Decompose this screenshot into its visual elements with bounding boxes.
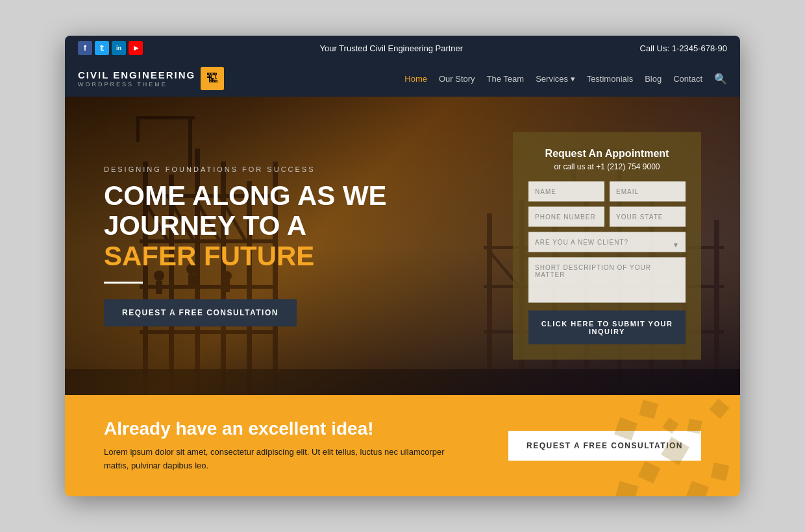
svg-rect-24	[487, 213, 492, 395]
email-input[interactable]	[610, 182, 686, 202]
logo-sub: WORDPRESS THEME	[78, 81, 195, 88]
svg-rect-15	[188, 116, 192, 168]
nav-home[interactable]: Home	[404, 74, 427, 84]
facebook-icon[interactable]: f	[78, 41, 92, 55]
twitter-icon[interactable]: 𝕥	[95, 41, 109, 55]
svg-rect-10	[140, 330, 276, 334]
svg-rect-17	[136, 116, 140, 142]
form-title: Request An Appointment	[528, 148, 686, 160]
logo-text: CIVIL ENGINEERING WORDPRESS THEME	[78, 69, 195, 88]
form-subtitle: or call us at +1 (212) 754 9000	[528, 162, 686, 171]
top-bar: f 𝕥 in ▶ Your Trusted Civil Engineering …	[65, 36, 740, 60]
client-type-wrapper: Are You A New Client? Yes, I am new No, …	[528, 232, 686, 258]
hero-subtitle: Designing Foundations For Success	[104, 165, 387, 173]
client-type-select[interactable]: Are You A New Client? Yes, I am new No, …	[528, 232, 686, 252]
nav-contact[interactable]: Contact	[673, 74, 702, 84]
form-row-name-email	[528, 182, 686, 202]
hero-content: Designing Foundations For Success Come A…	[104, 165, 387, 326]
hero-cta-button[interactable]: Request A Free Consultation	[104, 299, 297, 326]
hero-divider	[104, 282, 143, 284]
state-input[interactable]	[610, 207, 686, 227]
nav-blog[interactable]: Blog	[645, 74, 662, 84]
nav-services[interactable]: Services ▾	[536, 74, 575, 84]
youtube-icon[interactable]: ▶	[129, 41, 143, 55]
name-input[interactable]	[528, 182, 604, 202]
hero-title: Come Along As We Journey To A Safer Futu…	[104, 181, 387, 271]
hero-title-line2: Journey To A	[104, 211, 306, 241]
top-bar-phone: Call Us: 1-2345-678-90	[640, 43, 727, 53]
linkedin-icon[interactable]: in	[112, 41, 126, 55]
hero-title-line1: Come Along As We	[104, 180, 387, 211]
nav-our-story[interactable]: Our Story	[439, 74, 475, 84]
form-row-phone-state	[528, 207, 686, 227]
bottom-text: Lorem ipsum dolor sit amet, consectetur …	[104, 446, 467, 473]
top-bar-tagline: Your Trusted Civil Engineering Partner	[319, 43, 463, 53]
browser-window: f 𝕥 in ▶ Your Trusted Civil Engineering …	[65, 36, 740, 496]
logo-main: CIVIL ENGINEERING	[78, 69, 195, 81]
main-nav: Home Our Story The Team Services ▾ Testi…	[404, 73, 727, 85]
search-icon[interactable]: 🔍	[714, 73, 727, 85]
matter-textarea[interactable]	[528, 258, 686, 303]
bottom-content: Already have an excellent idea! Lorem ip…	[104, 418, 467, 473]
appointment-form: Request An Appointment or call us at +1 …	[513, 132, 701, 360]
form-submit-button[interactable]: Click Here To Submit Your Inquiry	[528, 311, 686, 345]
bottom-pattern	[610, 395, 740, 496]
svg-rect-46	[65, 369, 740, 395]
header: CIVIL ENGINEERING WORDPRESS THEME 🏗 Home…	[65, 60, 740, 97]
social-icons: f 𝕥 in ▶	[78, 41, 143, 55]
hero-section: Designing Foundations For Success Come A…	[65, 97, 740, 395]
logo-icon: 🏗	[201, 67, 224, 90]
nav-the-team[interactable]: The Team	[487, 74, 525, 84]
logo-area: CIVIL ENGINEERING WORDPRESS THEME 🏗	[78, 67, 224, 90]
hero-title-accent: Safer Future	[104, 241, 387, 271]
nav-testimonials[interactable]: Testimonials	[587, 74, 634, 84]
svg-rect-16	[136, 116, 195, 119]
bottom-title: Already have an excellent idea!	[104, 418, 467, 439]
phone-input[interactable]	[528, 207, 604, 227]
bottom-section: Already have an excellent idea! Lorem ip…	[65, 395, 740, 496]
